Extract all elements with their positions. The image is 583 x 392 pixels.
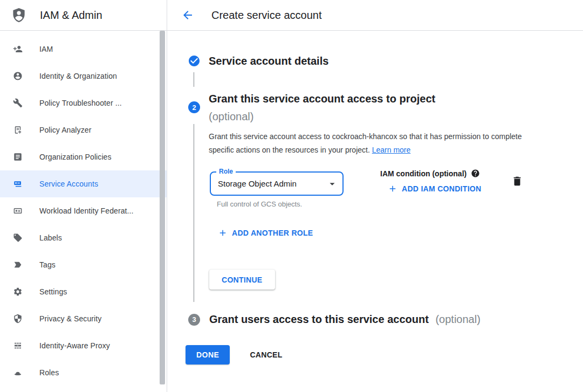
continue-button[interactable]: CONTINUE	[209, 270, 275, 290]
sidebar-item-policy-analyzer[interactable]: Policy Analyzer	[0, 116, 167, 143]
product-header: IAM & Admin	[0, 0, 167, 30]
cancel-button[interactable]: CANCEL	[246, 350, 285, 360]
role-select-value: Storage Object Admin	[211, 173, 342, 195]
shield-icon	[13, 314, 23, 324]
sidebar-scrollbar[interactable]	[160, 31, 165, 384]
sidebar-item-labels[interactable]: Labels	[0, 224, 167, 251]
step-1-title: Service account details	[209, 55, 328, 67]
sidebar-item-service-accounts[interactable]: Service Accounts	[0, 170, 167, 197]
sidebar-item-label: Tags	[39, 260, 56, 269]
learn-more-link[interactable]: Learn more	[372, 146, 411, 154]
sidebar-item-label: Identity & Organization	[39, 72, 117, 80]
sidebar-item-iam[interactable]: IAM	[0, 36, 167, 63]
document-lines-icon	[13, 152, 23, 162]
add-another-role-label: ADD ANOTHER ROLE	[232, 229, 313, 237]
sidebar-item-label: Service Accounts	[39, 180, 98, 188]
iam-condition-label: IAM condition (optional)	[380, 169, 467, 178]
plus-icon	[388, 184, 397, 194]
sidebar-item-label: Privacy & Security	[39, 314, 101, 323]
sidebar-item-label: Settings	[39, 287, 67, 296]
top-header: IAM & Admin Create service account	[0, 0, 583, 31]
sidebar-item-label: Organization Policies	[39, 153, 112, 161]
account-circle-icon	[13, 71, 23, 81]
step-2-badge: 2	[188, 101, 200, 113]
iam-condition-section: IAM condition (optional) ADD IAM CONDITI…	[380, 169, 481, 194]
sidebar-item-label: Identity-Aware Proxy	[39, 341, 110, 350]
step-2-title-text: Grant this service account access to pro…	[209, 90, 435, 108]
add-another-role-button[interactable]: ADD ANOTHER ROLE	[218, 228, 313, 238]
sidebar-item-roles[interactable]: Roles	[0, 359, 167, 386]
delete-role-button[interactable]	[511, 175, 523, 187]
page-title: Create service account	[211, 9, 322, 22]
step-3-header: 3 Grant users access to this service acc…	[188, 313, 481, 326]
done-button[interactable]: DONE	[186, 345, 230, 365]
sidebar-item-label: Workload Identity Federat...	[39, 207, 134, 215]
iam-condition-header: IAM condition (optional)	[380, 169, 481, 178]
role-helper-text: Full control of GCS objects.	[217, 200, 302, 208]
sidebar-item-label: Policy Analyzer	[39, 126, 91, 134]
service-account-icon	[13, 179, 23, 189]
sidebar-item-organization-policies[interactable]: Organization Policies	[0, 143, 167, 170]
sidebar-item-label: IAM	[39, 45, 53, 53]
dropdown-caret-icon	[326, 178, 338, 190]
proxy-icon	[13, 341, 23, 350]
wrench-icon	[13, 98, 23, 108]
sidebar-item-identity-aware-proxy[interactable]: Identity-Aware Proxy	[0, 332, 167, 359]
help-icon[interactable]	[471, 169, 480, 178]
sidebar-nav: IAM Identity & Organization Policy Troub…	[0, 31, 167, 392]
page-header: Create service account	[167, 0, 583, 30]
step-3-badge: 3	[188, 314, 200, 326]
sidebar-item-label: Policy Troubleshooter ...	[39, 99, 122, 107]
policy-analyzer-icon	[13, 125, 23, 135]
role-select[interactable]: Role Storage Object Admin	[210, 171, 344, 196]
add-iam-condition-button[interactable]: ADD IAM CONDITION	[388, 184, 481, 194]
role-select-label: Role	[216, 168, 236, 175]
create-service-account-form: Service account details 2 Grant this ser…	[168, 31, 583, 392]
step-2-description: Grant this service account access to coc…	[209, 130, 532, 157]
sidebar-item-workload-identity-federation[interactable]: Workload Identity Federat...	[0, 197, 167, 224]
person-add-icon	[13, 44, 23, 54]
sidebar-item-label: Labels	[39, 233, 62, 242]
iam-admin-app: IAM & Admin Create service account IAM I…	[0, 0, 583, 392]
step-2-title: Grant this service account access to pro…	[209, 90, 435, 126]
gear-icon	[13, 287, 23, 297]
hat-icon	[13, 368, 23, 377]
step-1-header: Service account details	[188, 54, 328, 67]
back-arrow-icon[interactable]	[181, 9, 194, 22]
id-card-icon	[13, 206, 23, 216]
step-2-description-text: Grant this service account access to coc…	[209, 132, 522, 154]
trash-icon	[511, 175, 523, 187]
role-binding-row: Role Storage Object Admin Full control o…	[209, 164, 583, 225]
stepper-connector	[194, 124, 194, 302]
sidebar-item-label: Roles	[39, 368, 59, 377]
sidebar-item-policy-troubleshooter[interactable]: Policy Troubleshooter ...	[0, 90, 167, 116]
sidebar-item-privacy-security[interactable]: Privacy & Security	[0, 305, 167, 332]
sidebar-item-tags[interactable]: Tags	[0, 251, 167, 278]
sidebar-item-settings[interactable]: Settings	[0, 278, 167, 305]
stepper-connector	[194, 72, 194, 87]
label-tag-icon	[13, 233, 23, 243]
form-actions: DONE CANCEL	[186, 345, 286, 365]
sidebar-item-identity-organization[interactable]: Identity & Organization	[0, 63, 167, 90]
plus-icon	[218, 228, 228, 238]
iam-shield-logo-icon	[11, 6, 27, 24]
add-iam-condition-label: ADD IAM CONDITION	[402, 184, 481, 193]
step-3-title: Grant users access to this service accou…	[209, 313, 481, 326]
step-2-optional-label: (optional)	[209, 108, 435, 126]
tag-arrow-icon	[13, 260, 23, 270]
step-3-title-text: Grant users access to this service accou…	[209, 313, 429, 325]
step-3-optional-label: (optional)	[435, 313, 480, 325]
product-title: IAM & Admin	[40, 9, 102, 22]
check-circle-icon	[188, 54, 201, 67]
